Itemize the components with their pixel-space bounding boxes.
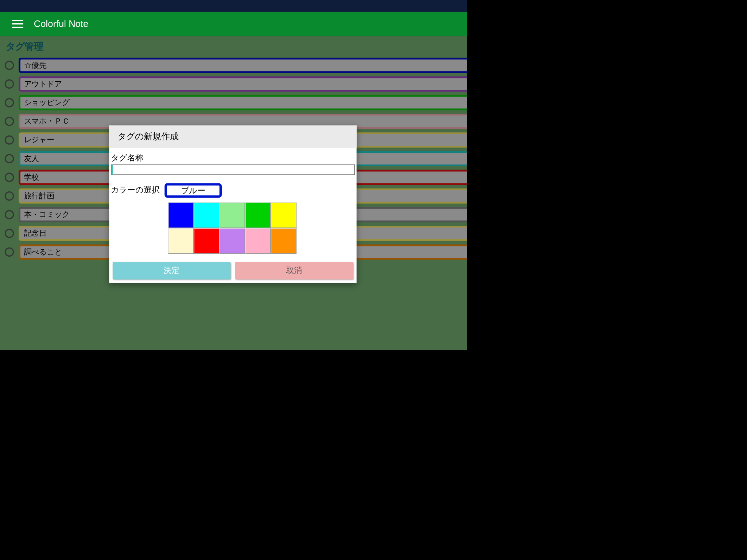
dialog-title: タグの新規作成 [109,125,356,148]
color-select[interactable]: ブルー [165,183,222,198]
ok-button[interactable]: 決定 [113,262,231,279]
main-content: タグ管理 ☆優先アウトドアショッピングスマホ・ＰＣレジャー友人学校旅行計画本・コ… [0,36,467,350]
color-swatch[interactable] [194,228,219,254]
cancel-button[interactable]: 取消 [235,262,353,279]
tag-name-input[interactable] [111,164,355,175]
tag-name-label: タグ名称 [111,153,355,163]
color-swatch[interactable] [168,228,194,254]
color-swatch[interactable] [220,228,245,254]
app-bar: Colorful Note [0,12,467,36]
android-status-bar: 3G ◢ ▮ 3:21 [0,0,467,12]
new-tag-dialog: タグの新規作成 タグ名称 カラーの選択 ブルー 決定 取消 [109,125,356,283]
color-swatch[interactable] [245,202,271,228]
color-swatch-grid [168,202,297,254]
color-swatch[interactable] [271,228,296,254]
color-swatch[interactable] [245,228,271,254]
color-swatch[interactable] [194,202,219,228]
color-swatch[interactable] [168,202,194,228]
color-swatch[interactable] [220,202,245,228]
app-title: Colorful Note [34,19,88,29]
menu-icon[interactable] [12,20,23,28]
color-swatch[interactable] [271,202,296,228]
color-label: カラーの選択 [111,184,160,195]
